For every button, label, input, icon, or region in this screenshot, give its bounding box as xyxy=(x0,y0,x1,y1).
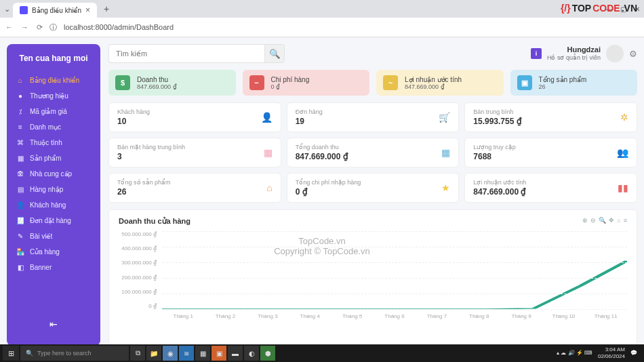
app-icon[interactable]: ▣ xyxy=(212,346,226,353)
stat-card: Bán trung bình15.993.755 ₫✲ xyxy=(464,102,637,132)
avatar[interactable] xyxy=(606,45,624,62)
stat-label: Bán mặt hàng trung bình xyxy=(117,144,264,150)
sidebar-item[interactable]: 🏪Cửa hàng xyxy=(7,244,100,260)
stat-value: 0 ₫ xyxy=(296,187,442,197)
app-icon[interactable]: ▦ xyxy=(195,346,210,353)
app-icon[interactable]: ◐ xyxy=(244,346,259,353)
close-tab-icon[interactable]: × xyxy=(85,5,90,15)
app-icon[interactable]: 📁 xyxy=(146,346,161,353)
chevron-down-icon[interactable]: ⌄ xyxy=(4,5,10,14)
stat-icon: ▦ xyxy=(441,147,450,158)
forward-icon[interactable]: → xyxy=(21,23,28,32)
stat-label: Tổng chi phí nhập hàng xyxy=(296,179,442,186)
node-icon[interactable]: ⬢ xyxy=(260,346,275,353)
nav-icon: ◧ xyxy=(16,264,24,271)
search-box: 🔍 xyxy=(108,44,285,63)
favicon-icon xyxy=(20,6,28,14)
sidebar-item[interactable]: ✎Bài viết xyxy=(7,228,100,244)
tile-label: Doanh thu xyxy=(137,76,177,83)
tray-icons[interactable]: ▴ ☁ 🔊 ⚡ ⌨ xyxy=(557,350,592,353)
nav-icon: ⁒ xyxy=(16,108,24,115)
sidebar: Ten cua hang moi ⌂Bảng điều khiển●Thương… xyxy=(7,44,100,346)
reload-icon[interactable]: ⟳ xyxy=(37,23,43,32)
nav-icon: ▤ xyxy=(16,186,24,193)
sidebar-item[interactable]: ●Thương hiệu xyxy=(7,88,100,104)
zoom-out-icon[interactable]: ⊖ xyxy=(590,217,596,224)
user-label: Hungdzai Hồ sơ quản trị viên xyxy=(547,45,601,62)
sidebar-item[interactable]: 🏚Nhà cung cấp xyxy=(7,166,100,182)
nav-label: Đơn đặt hàng xyxy=(30,217,71,224)
search-button[interactable]: 🔍 xyxy=(264,44,285,63)
stat-icon: ✲ xyxy=(620,112,628,123)
zoom-in-icon[interactable]: ⊕ xyxy=(582,217,588,224)
notifications-icon[interactable]: 💬 xyxy=(630,350,637,353)
info-badge[interactable]: i xyxy=(531,48,542,59)
tile-label: Lợi nhuận ước tính xyxy=(405,76,462,83)
pan-icon[interactable]: ✥ xyxy=(609,217,614,224)
stat-value: 19 xyxy=(296,117,439,126)
start-button[interactable]: ⊞ xyxy=(3,346,19,353)
zoom-icon[interactable]: 🔍 xyxy=(599,217,606,224)
nav-icon: ▦ xyxy=(16,155,24,162)
nav-icon: ≡ xyxy=(16,123,24,131)
tile-label: Tổng sản phẩm xyxy=(539,76,587,83)
nav-label: Danh mục xyxy=(30,123,61,131)
nav-label: Hàng nhập xyxy=(30,186,63,193)
settings-icon[interactable]: ⚙ xyxy=(629,49,637,59)
clock[interactable]: 3:04 AM 02/06/2024 xyxy=(598,346,625,353)
stat-value: 7688 xyxy=(473,152,617,161)
tab-title: Bảng điều khiển xyxy=(32,7,81,14)
stat-value: 847.669.000 ₫ xyxy=(296,152,442,161)
home-icon[interactable]: ⌂ xyxy=(617,217,620,224)
tile-value: 847.669.000 ₫ xyxy=(137,83,177,90)
sidebar-item[interactable]: ⌂Bảng điều khiển xyxy=(7,73,100,88)
chart-toolbar[interactable]: ⊕ ⊖ 🔍 ✥ ⌂ ≡ xyxy=(582,217,627,224)
sidebar-item[interactable]: ≡Danh mục xyxy=(7,119,100,135)
nav-label: Nhà cung cấp xyxy=(30,170,72,178)
search-input[interactable] xyxy=(108,44,264,63)
nav-label: Bài viết xyxy=(30,233,52,240)
sidebar-item[interactable]: 🧾Đơn đặt hàng xyxy=(7,213,100,228)
sidebar-item[interactable]: ◧Banner xyxy=(7,260,100,275)
sidebar-item[interactable]: ⌘Thuộc tính xyxy=(7,135,100,150)
brand-title: Ten cua hang moi xyxy=(7,54,100,63)
stat-icon: ▮▮ xyxy=(618,182,628,193)
chrome-icon[interactable]: ◉ xyxy=(163,346,178,353)
nav-icon: 👤 xyxy=(16,201,24,209)
tile-value: 26 xyxy=(539,83,587,90)
nav-label: Bảng điều khiển xyxy=(30,77,79,84)
sidebar-item[interactable]: 👤Khách hàng xyxy=(7,197,100,213)
stat-value: 26 xyxy=(117,187,266,197)
url-field[interactable]: localhost:8000/admin/DashBoard xyxy=(64,23,639,31)
stat-icon: 🛒 xyxy=(439,112,450,123)
stat-value: 10 xyxy=(117,117,261,126)
summary-tile: −Chi phí hàng0 ₫ xyxy=(243,70,370,96)
tile-icon: − xyxy=(249,75,264,90)
sidebar-item[interactable]: ⁒Mã giảm giá xyxy=(7,104,100,119)
nav-label: Mã giảm giá xyxy=(30,108,67,115)
stat-label: Đơn hàng xyxy=(296,108,439,115)
tile-icon: $ xyxy=(115,75,130,90)
taskbar-search[interactable]: 🔍 Type here to search xyxy=(20,346,129,353)
vscode-icon[interactable]: ≋ xyxy=(179,346,194,353)
windows-taskbar: ⊞ 🔍 Type here to search ⧉ 📁 ◉ ≋ ▦ ▣ ▬ ◐ … xyxy=(0,344,644,353)
sidebar-item[interactable]: ▦Sản phẩm xyxy=(7,150,100,166)
terminal-icon[interactable]: ▬ xyxy=(228,346,243,353)
new-tab-button[interactable]: + xyxy=(100,3,113,14)
nav-icon: ⌂ xyxy=(16,77,24,84)
collapse-sidebar-button[interactable]: ⇤ xyxy=(7,312,100,336)
stat-label: Lợi nhuận ước tính xyxy=(473,179,618,186)
tile-value: 0 ₫ xyxy=(271,83,310,90)
browser-tab[interactable]: Bảng điều khiển × xyxy=(13,3,97,18)
menu-icon[interactable]: ≡ xyxy=(624,217,627,224)
stat-card: Khách hàng10👤 xyxy=(108,102,281,132)
summary-tile: $Doanh thu847.669.000 ₫ xyxy=(108,70,236,96)
search-icon: 🔍 xyxy=(26,350,33,353)
stat-label: Khách hàng xyxy=(117,108,261,115)
nav-label: Thuộc tính xyxy=(30,139,62,146)
sidebar-item[interactable]: ▤Hàng nhập xyxy=(7,182,100,197)
back-icon[interactable]: ← xyxy=(5,23,13,32)
stat-icon: 👤 xyxy=(261,112,273,123)
stat-label: Lượng truy cập xyxy=(473,144,617,150)
taskview-icon[interactable]: ⧉ xyxy=(130,346,145,353)
